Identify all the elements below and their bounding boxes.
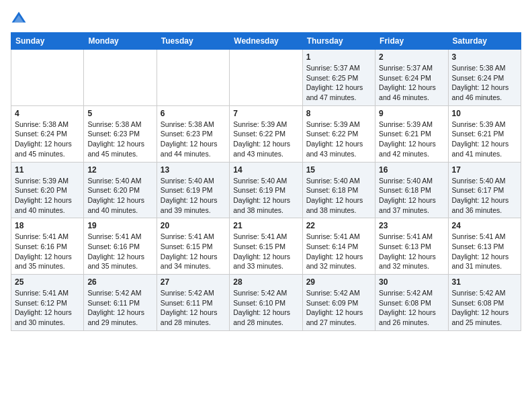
day-info: Sunrise: 5:41 AMSunset: 6:12 PMDaylight:… xyxy=(15,288,80,328)
calendar-cell: 7Sunrise: 5:39 AMSunset: 6:22 PMDaylight… xyxy=(230,105,302,162)
day-number: 9 xyxy=(379,109,444,118)
day-info: Sunrise: 5:42 AMSunset: 6:10 PMDaylight:… xyxy=(233,288,298,328)
page-header xyxy=(11,11,521,27)
day-number: 29 xyxy=(306,277,371,287)
day-info: Sunrise: 5:40 AMSunset: 6:17 PMDaylight:… xyxy=(452,176,517,216)
calendar-cell: 22Sunrise: 5:41 AMSunset: 6:14 PMDayligh… xyxy=(302,218,375,275)
day-info: Sunrise: 5:41 AMSunset: 6:15 PMDaylight:… xyxy=(233,232,298,271)
calendar-cell xyxy=(157,50,229,106)
day-info: Sunrise: 5:41 AMSunset: 6:16 PMDaylight:… xyxy=(15,232,80,271)
calendar-cell: 14Sunrise: 5:40 AMSunset: 6:19 PMDayligh… xyxy=(230,162,302,218)
day-number: 28 xyxy=(233,277,298,287)
day-info: Sunrise: 5:40 AMSunset: 6:20 PMDaylight:… xyxy=(87,176,152,216)
calendar-cell: 12Sunrise: 5:40 AMSunset: 6:20 PMDayligh… xyxy=(84,162,157,218)
day-number: 6 xyxy=(161,109,226,118)
calendar-cell: 26Sunrise: 5:42 AMSunset: 6:11 PMDayligh… xyxy=(84,275,157,331)
col-header-friday: Friday xyxy=(375,33,448,50)
calendar-cell: 18Sunrise: 5:41 AMSunset: 6:16 PMDayligh… xyxy=(11,218,84,275)
col-header-wednesday: Wednesday xyxy=(230,33,302,50)
day-info: Sunrise: 5:40 AMSunset: 6:19 PMDaylight:… xyxy=(161,176,226,216)
day-number: 1 xyxy=(306,52,371,62)
calendar-cell: 1Sunrise: 5:37 AMSunset: 6:25 PMDaylight… xyxy=(302,50,375,106)
calendar-week-row: 11Sunrise: 5:39 AMSunset: 6:20 PMDayligh… xyxy=(11,162,521,218)
calendar-cell: 9Sunrise: 5:39 AMSunset: 6:21 PMDaylight… xyxy=(375,105,448,162)
day-info: Sunrise: 5:42 AMSunset: 6:09 PMDaylight:… xyxy=(306,288,371,328)
calendar-table: SundayMondayTuesdayWednesdayThursdayFrid… xyxy=(11,32,521,331)
day-number: 12 xyxy=(87,165,152,175)
day-info: Sunrise: 5:40 AMSunset: 6:18 PMDaylight:… xyxy=(306,176,371,216)
day-number: 4 xyxy=(15,109,80,118)
calendar-week-row: 18Sunrise: 5:41 AMSunset: 6:16 PMDayligh… xyxy=(11,218,521,275)
day-number: 30 xyxy=(379,277,444,287)
calendar-cell: 31Sunrise: 5:42 AMSunset: 6:08 PMDayligh… xyxy=(448,275,521,331)
day-number: 14 xyxy=(233,165,298,175)
day-number: 16 xyxy=(379,165,444,175)
calendar-cell: 20Sunrise: 5:41 AMSunset: 6:15 PMDayligh… xyxy=(157,218,229,275)
calendar-cell: 23Sunrise: 5:41 AMSunset: 6:13 PMDayligh… xyxy=(375,218,448,275)
day-number: 8 xyxy=(306,109,371,118)
day-number: 15 xyxy=(306,165,371,175)
calendar-week-row: 1Sunrise: 5:37 AMSunset: 6:25 PMDaylight… xyxy=(11,50,521,106)
day-number: 23 xyxy=(379,221,444,230)
day-info: Sunrise: 5:39 AMSunset: 6:20 PMDaylight:… xyxy=(15,176,80,216)
calendar-cell: 13Sunrise: 5:40 AMSunset: 6:19 PMDayligh… xyxy=(157,162,229,218)
calendar-cell: 24Sunrise: 5:41 AMSunset: 6:13 PMDayligh… xyxy=(448,218,521,275)
calendar-cell: 11Sunrise: 5:39 AMSunset: 6:20 PMDayligh… xyxy=(11,162,84,218)
day-number: 24 xyxy=(452,221,517,230)
calendar-cell: 4Sunrise: 5:38 AMSunset: 6:24 PMDaylight… xyxy=(11,105,84,162)
day-info: Sunrise: 5:38 AMSunset: 6:23 PMDaylight:… xyxy=(161,120,226,159)
day-number: 11 xyxy=(15,165,80,175)
day-number: 26 xyxy=(87,277,152,287)
calendar-cell: 17Sunrise: 5:40 AMSunset: 6:17 PMDayligh… xyxy=(448,162,521,218)
day-info: Sunrise: 5:41 AMSunset: 6:13 PMDaylight:… xyxy=(379,232,444,271)
calendar-cell: 5Sunrise: 5:38 AMSunset: 6:23 PMDaylight… xyxy=(84,105,157,162)
calendar-cell: 21Sunrise: 5:41 AMSunset: 6:15 PMDayligh… xyxy=(230,218,302,275)
day-number: 20 xyxy=(161,221,226,230)
calendar-cell: 29Sunrise: 5:42 AMSunset: 6:09 PMDayligh… xyxy=(302,275,375,331)
calendar-cell: 30Sunrise: 5:42 AMSunset: 6:08 PMDayligh… xyxy=(375,275,448,331)
day-number: 13 xyxy=(161,165,226,175)
day-info: Sunrise: 5:38 AMSunset: 6:24 PMDaylight:… xyxy=(452,63,517,103)
calendar-cell xyxy=(230,50,302,106)
col-header-sunday: Sunday xyxy=(11,33,84,50)
col-header-tuesday: Tuesday xyxy=(157,33,229,50)
calendar-cell: 10Sunrise: 5:39 AMSunset: 6:21 PMDayligh… xyxy=(448,105,521,162)
day-info: Sunrise: 5:38 AMSunset: 6:23 PMDaylight:… xyxy=(87,120,152,159)
calendar-cell: 3Sunrise: 5:38 AMSunset: 6:24 PMDaylight… xyxy=(448,50,521,106)
col-header-saturday: Saturday xyxy=(448,33,521,50)
day-info: Sunrise: 5:37 AMSunset: 6:24 PMDaylight:… xyxy=(379,63,444,103)
day-info: Sunrise: 5:39 AMSunset: 6:22 PMDaylight:… xyxy=(233,120,298,159)
calendar-cell: 19Sunrise: 5:41 AMSunset: 6:16 PMDayligh… xyxy=(84,218,157,275)
calendar-cell: 25Sunrise: 5:41 AMSunset: 6:12 PMDayligh… xyxy=(11,275,84,331)
day-info: Sunrise: 5:41 AMSunset: 6:14 PMDaylight:… xyxy=(306,232,371,271)
day-number: 5 xyxy=(87,109,152,118)
day-number: 10 xyxy=(452,109,517,118)
calendar-week-row: 4Sunrise: 5:38 AMSunset: 6:24 PMDaylight… xyxy=(11,105,521,162)
day-info: Sunrise: 5:39 AMSunset: 6:21 PMDaylight:… xyxy=(452,120,517,159)
day-info: Sunrise: 5:39 AMSunset: 6:21 PMDaylight:… xyxy=(379,120,444,159)
day-info: Sunrise: 5:41 AMSunset: 6:16 PMDaylight:… xyxy=(87,232,152,271)
day-number: 31 xyxy=(452,277,517,287)
day-number: 27 xyxy=(161,277,226,287)
day-info: Sunrise: 5:39 AMSunset: 6:22 PMDaylight:… xyxy=(306,120,371,159)
calendar-cell: 2Sunrise: 5:37 AMSunset: 6:24 PMDaylight… xyxy=(375,50,448,106)
day-number: 3 xyxy=(452,52,517,62)
day-info: Sunrise: 5:42 AMSunset: 6:11 PMDaylight:… xyxy=(161,288,226,328)
calendar-cell: 6Sunrise: 5:38 AMSunset: 6:23 PMDaylight… xyxy=(157,105,229,162)
day-number: 25 xyxy=(15,277,80,287)
day-info: Sunrise: 5:42 AMSunset: 6:11 PMDaylight:… xyxy=(87,288,152,328)
day-number: 7 xyxy=(233,109,298,118)
logo-icon xyxy=(11,11,27,27)
calendar-cell: 27Sunrise: 5:42 AMSunset: 6:11 PMDayligh… xyxy=(157,275,229,331)
calendar-cell xyxy=(84,50,157,106)
day-info: Sunrise: 5:42 AMSunset: 6:08 PMDaylight:… xyxy=(452,288,517,328)
day-number: 18 xyxy=(15,221,80,230)
day-info: Sunrise: 5:41 AMSunset: 6:13 PMDaylight:… xyxy=(452,232,517,271)
calendar-cell: 28Sunrise: 5:42 AMSunset: 6:10 PMDayligh… xyxy=(230,275,302,331)
calendar-cell: 16Sunrise: 5:40 AMSunset: 6:18 PMDayligh… xyxy=(375,162,448,218)
calendar-header-row: SundayMondayTuesdayWednesdayThursdayFrid… xyxy=(11,33,521,50)
col-header-monday: Monday xyxy=(84,33,157,50)
day-info: Sunrise: 5:41 AMSunset: 6:15 PMDaylight:… xyxy=(161,232,226,271)
day-number: 17 xyxy=(452,165,517,175)
col-header-thursday: Thursday xyxy=(302,33,375,50)
